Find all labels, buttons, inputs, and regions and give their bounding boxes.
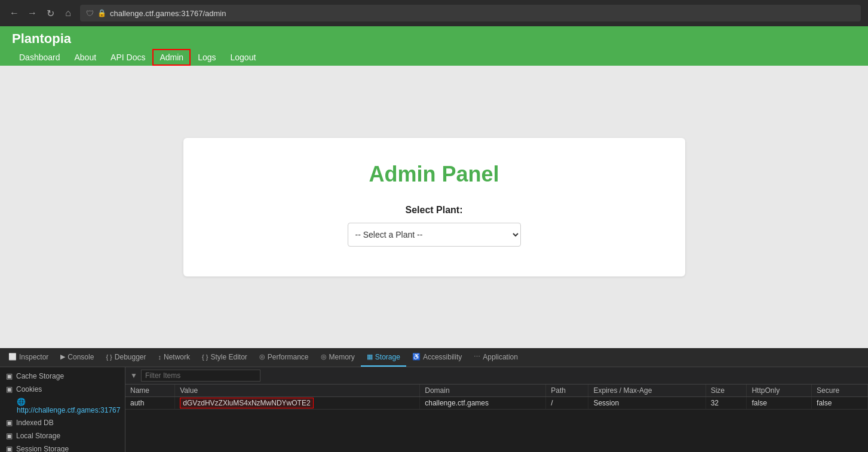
sidebar-cache-storage[interactable]: ▣ Cache Storage [0,370,125,383]
nav-api-docs[interactable]: API Docs [103,49,152,66]
cache-storage-icon: ▣ [6,372,13,380]
col-secure: Secure [812,385,868,397]
cache-storage-label: Cache Storage [16,372,64,380]
network-icon: ↕ [158,353,162,361]
console-icon: ▶ [60,353,65,361]
memory-icon: ◎ [321,353,327,361]
nav-logs[interactable]: Logs [191,49,223,66]
tab-inspector[interactable]: ⬜ Inspector [2,348,54,367]
tab-inspector-label: Inspector [19,353,48,361]
col-expires: Expires / Max-Age [588,385,706,397]
cookies-url-label: http://challenge.ctf.games:31767 [17,406,120,414]
application-icon: ⋯ [474,353,480,361]
plant-select[interactable]: -- Select a Plant -- [348,223,521,247]
admin-card: Admin Panel Select Plant: -- Select a Pl… [183,138,685,276]
tab-memory-label: Memory [329,353,355,361]
indexed-db-icon: ▣ [6,419,13,427]
sidebar-session-storage[interactable]: ▣ Session Storage [0,442,125,452]
address-url: challenge.ctf.games:31767/admin [110,9,226,18]
col-value: Value [175,385,420,397]
tab-debugger[interactable]: { } Debugger [100,348,152,367]
tab-console-label: Console [68,353,94,361]
devtools-main: ▼ Name Value Domain Path Expires / Max-A… [125,367,868,452]
cell-expires: Session [588,397,706,410]
cookie-value: dGVzdHVzZXluMS4xNzMwNDYwOTE2 [180,398,313,408]
tab-style-editor[interactable]: { } Style Editor [196,348,253,367]
nav-dashboard[interactable]: Dashboard [12,49,68,66]
tab-accessibility[interactable]: ♿ Accessibility [406,348,468,367]
sidebar-local-storage[interactable]: ▣ Local Storage [0,429,125,442]
col-domain: Domain [420,385,546,397]
performance-icon: ◎ [259,353,265,361]
cell-secure: false [812,397,868,410]
shield-icon: 🛡 [86,9,94,18]
style-editor-icon: { } [202,353,208,361]
app-nav: Dashboard About API Docs Admin Logs Logo… [12,47,856,66]
tab-storage-label: Storage [375,353,400,361]
cell-httponly: false [747,397,812,410]
local-storage-label: Local Storage [16,432,60,440]
cookies-url-icon: 🌐 [17,398,26,406]
devtools-toolbar: ▼ [125,367,868,385]
select-plant-label: Select Plant: [231,205,637,216]
session-storage-icon: ▣ [6,445,13,452]
col-name: Name [125,385,175,397]
devtools-sidebar: ▣ Cache Storage ▣ Cookies 🌐 http://chall… [0,367,125,452]
table-row[interactable]: auth dGVzdHVzZXluMS4xNzMwNDYwOTE2 challe… [125,397,868,410]
inspector-icon: ⬜ [8,353,17,361]
tab-memory[interactable]: ◎ Memory [315,348,361,367]
nav-about[interactable]: About [68,49,104,66]
tab-performance[interactable]: ◎ Performance [253,348,315,367]
storage-icon: ▦ [367,353,373,361]
browser-chrome: ← → ↻ ⌂ 🛡 🔒 challenge.ctf.games:31767/ad… [0,0,868,26]
forward-button[interactable]: → [25,6,39,20]
debugger-icon: { } [106,353,112,361]
tab-network-label: Network [164,353,190,361]
home-button[interactable]: ⌂ [61,6,75,20]
admin-panel-title: Admin Panel [231,162,637,187]
nav-logout[interactable]: Logout [223,49,263,66]
reload-button[interactable]: ↻ [43,6,57,20]
sidebar-cookies-url[interactable]: 🌐 http://challenge.ctf.games:31767 [0,396,125,416]
cookies-icon: ▣ [6,385,13,393]
tab-application[interactable]: ⋯ Application [468,348,524,367]
tab-network[interactable]: ↕ Network [152,348,197,367]
session-storage-label: Session Storage [16,445,69,452]
col-size: Size [706,385,747,397]
cell-domain: challenge.ctf.games [420,397,546,410]
cell-path: / [546,397,588,410]
main-content: Admin Panel Select Plant: -- Select a Pl… [0,66,868,348]
cookies-label: Cookies [16,385,42,393]
cell-value: dGVzdHVzZXluMS4xNzMwNDYwOTE2 [175,397,420,410]
tab-storage[interactable]: ▦ Storage [361,348,406,367]
app-title: Plantopia [12,31,856,47]
sidebar-indexed-db[interactable]: ▣ Indexed DB [0,416,125,429]
cell-name: auth [125,397,175,410]
nav-admin[interactable]: Admin [152,49,191,66]
devtools-body: ▣ Cache Storage ▣ Cookies 🌐 http://chall… [0,367,868,452]
filter-input[interactable] [141,370,260,382]
accessibility-icon: ♿ [412,353,421,361]
address-bar[interactable]: 🛡 🔒 challenge.ctf.games:31767/admin [80,5,861,21]
local-storage-icon: ▣ [6,432,13,440]
lock-icon: 🔒 [97,9,106,17]
filter-icon: ▼ [130,371,137,380]
indexed-db-label: Indexed DB [16,419,54,427]
col-httponly: HttpOnly [747,385,812,397]
back-button[interactable]: ← [7,6,22,20]
app-header: Plantopia Dashboard About API Docs Admin… [0,26,868,66]
tab-performance-label: Performance [268,353,309,361]
sidebar-cookies[interactable]: ▣ Cookies [0,383,125,396]
tab-debugger-label: Debugger [115,353,146,361]
tab-accessibility-label: Accessibility [423,353,462,361]
devtools-panel: ⬜ Inspector ▶ Console { } Debugger ↕ Net… [0,348,868,452]
devtools-tabs: ⬜ Inspector ▶ Console { } Debugger ↕ Net… [0,348,868,367]
cell-size: 32 [706,397,747,410]
tab-style-editor-label: Style Editor [210,353,247,361]
nav-buttons: ← → ↻ ⌂ [7,6,75,20]
col-path: Path [546,385,588,397]
cookies-table: Name Value Domain Path Expires / Max-Age… [125,385,868,452]
tab-application-label: Application [483,353,518,361]
tab-console[interactable]: ▶ Console [54,348,100,367]
